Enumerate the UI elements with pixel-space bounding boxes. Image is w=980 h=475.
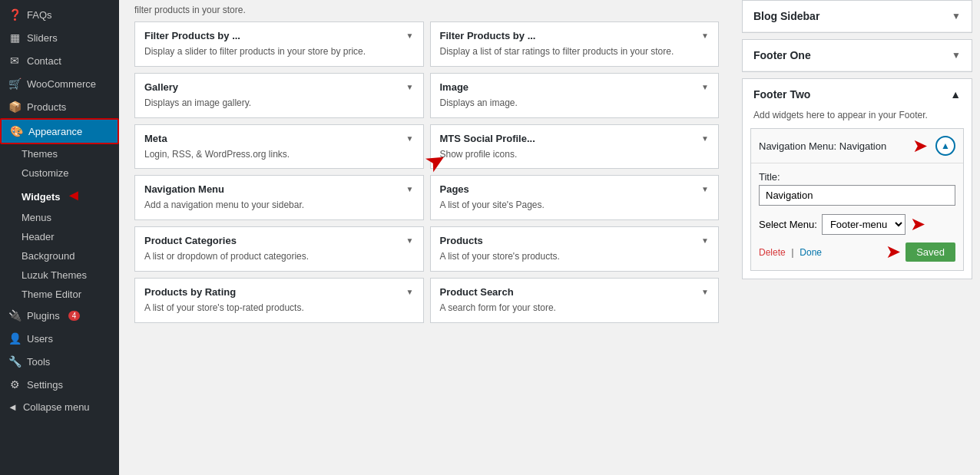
sidebar-item-contact[interactable]: ✉ Contact [0, 49, 119, 72]
sidebar-sub-widgets[interactable]: Widgets ◄ [0, 183, 119, 208]
collapse-label: Collapse menu [23, 401, 90, 413]
done-link[interactable]: Done [800, 247, 822, 258]
list-item[interactable]: Products ▼ A list of your store's produc… [430, 226, 720, 272]
sidebar-item-label: Appearance [28, 126, 82, 137]
plugins-badge: 4 [68, 311, 81, 321]
widget-title: Product Categories [144, 235, 237, 246]
footer-two-section: Footer Two ▲ Add widgets here to appear … [742, 78, 972, 279]
sidebar-item-settings[interactable]: ⚙ Settings [0, 373, 119, 396]
footer-two-desc: Add widgets here to appear in your Foote… [743, 110, 972, 128]
chevron-down-icon: ▼ [701, 236, 709, 245]
sidebar-item-label: FAQs [27, 9, 52, 21]
chevron-down-icon: ▼ [952, 11, 961, 21]
title-label: Title: [759, 171, 955, 183]
footer-two-header[interactable]: Footer Two ▲ [743, 79, 972, 110]
sidebar-sub-luzuk-themes[interactable]: Luzuk Themes [0, 266, 119, 285]
list-item[interactable]: Product Categories ▼ A list or dropdown … [134, 226, 424, 272]
chevron-down-icon: ▼ [406, 288, 414, 296]
list-item[interactable]: Pages ▼ A list of your site's Pages. [430, 175, 720, 220]
sidebar-sub-theme-editor[interactable]: Theme Editor [0, 285, 119, 304]
sidebar-tools-label: Tools [27, 356, 50, 368]
list-item[interactable]: Navigation Menu ▼ Add a navigation menu … [134, 175, 424, 220]
footer-one-title: Footer One [753, 49, 811, 61]
chevron-down-icon: ▼ [701, 31, 709, 40]
appearance-icon: 🎨 [9, 125, 23, 137]
woocommerce-icon: 🛒 [8, 78, 22, 90]
widget-title: MTS Social Profile... [440, 133, 535, 144]
sidebar-item-products[interactable]: 📦 Products [0, 95, 119, 118]
footer-one-header[interactable]: Footer One ▼ [743, 40, 972, 71]
collapse-menu[interactable]: ◄ Collapse menu [0, 396, 119, 418]
widget-desc: Show profile icons. [440, 148, 710, 161]
list-item[interactable]: MTS Social Profile... ▼ Show profile ico… [430, 124, 720, 170]
list-item[interactable]: Gallery ▼ Displays an image gallery. [134, 73, 424, 118]
users-icon: 👤 [8, 332, 22, 345]
widget-desc: A list of your site's Pages. [440, 199, 710, 212]
sidebar-sub-background[interactable]: Background [0, 246, 119, 266]
widget-desc: Displays an image gallery. [144, 97, 414, 110]
sidebar-item-users[interactable]: 👤 Users [0, 327, 119, 350]
contact-icon: ✉ [8, 54, 22, 67]
sidebar-item-faqs[interactable]: ❓ FAQs [0, 3, 119, 26]
widget-desc: Display a list of star ratings to filter… [440, 45, 710, 58]
list-item[interactable]: Products by Rating ▼ A list of your stor… [134, 278, 424, 323]
saved-button[interactable]: Saved [906, 242, 955, 262]
chevron-up-icon: ▲ [950, 88, 961, 101]
widget-title: Meta [144, 133, 167, 144]
widget-title: Pages [440, 183, 469, 195]
nav-menu-widget: Navigation Menu: Navigation ➤ ▲ Title: [750, 128, 964, 271]
settings-icon: ⚙ [8, 378, 22, 391]
blog-sidebar-title: Blog Sidebar [753, 10, 819, 22]
sidebar-item-woocommerce[interactable]: 🛒 WooCommerce [0, 72, 119, 95]
widget-move-up-button[interactable]: ▲ [935, 136, 955, 156]
main-content: filter products in your store. Filter Pr… [119, 0, 980, 475]
widget-desc: Login, RSS, & WordPress.org links. [144, 148, 414, 161]
widget-title: Products by Rating [144, 286, 236, 298]
sidebar-settings-label: Settings [27, 379, 63, 391]
list-item[interactable]: Filter Products by ... ▼ Display a list … [430, 21, 720, 67]
save-area: ➤ Saved [886, 241, 955, 262]
select-menu-dropdown[interactable]: Footer-menu Main Menu Top Menu [822, 214, 906, 235]
chevron-down-icon: ▼ [701, 83, 709, 91]
widget-title: Filter Products by ... [144, 30, 240, 41]
widget-grid: Filter Products by ... ▼ Display a slide… [131, 18, 722, 326]
sidebar-item-appearance[interactable]: 🎨 Appearance [0, 118, 119, 144]
footer-one-section: Footer One ▼ [742, 39, 972, 72]
sliders-icon: ▦ [8, 31, 22, 44]
blog-sidebar-header[interactable]: Blog Sidebar ▼ [743, 1, 972, 32]
nav-menu-widget-header: Navigation Menu: Navigation ➤ ▲ [751, 129, 963, 163]
sidebar-item-sliders[interactable]: ▦ Sliders [0, 26, 119, 49]
navigation-menu-widget-container: Navigation Menu: Navigation ➤ ▲ Title: [750, 128, 964, 271]
nav-menu-widget-title: Navigation Menu: Navigation [759, 140, 886, 152]
list-item[interactable]: Meta ▼ Login, RSS, & WordPress.org links… [134, 124, 424, 170]
list-item[interactable]: Image ▼ Displays an image. [430, 73, 720, 118]
list-item[interactable]: Product Search ▼ A search form for your … [430, 278, 720, 323]
red-arrow-icon: ➤ [912, 135, 928, 157]
title-input[interactable] [759, 185, 955, 206]
sidebar-item-label: Products [27, 101, 66, 113]
widget-title: Navigation Menu [144, 183, 224, 195]
faqs-icon: ❓ [8, 8, 22, 21]
red-arrow-icon: ➤ [910, 213, 925, 235]
select-menu-label: Select Menu: [759, 219, 817, 230]
widget-actions: Delete | Done ➤ Saved [759, 241, 955, 262]
widget-desc: A search form for your store. [440, 302, 710, 315]
chevron-down-icon: ▼ [406, 83, 414, 91]
chevron-down-icon: ▼ [406, 185, 414, 193]
delete-link[interactable]: Delete [759, 247, 786, 258]
right-sidebar-panel: Blog Sidebar ▼ Footer One ▼ Footer Two ▲… [734, 0, 980, 475]
widget-title: Image [440, 81, 469, 93]
sidebar-sub-header[interactable]: Header [0, 227, 119, 246]
sidebar-sub-menus[interactable]: Menus [0, 208, 119, 227]
sidebar-users-label: Users [27, 333, 53, 345]
sidebar-sub-customize[interactable]: Customize [0, 163, 119, 183]
sidebar-item-plugins[interactable]: 🔌 Plugins 4 [0, 304, 119, 327]
sidebar-plugins-label: Plugins [27, 310, 60, 322]
tools-icon: 🔧 [8, 355, 22, 368]
list-item[interactable]: Filter Products by ... ▼ Display a slide… [134, 21, 424, 67]
red-arrow-icon: ➤ [886, 241, 901, 262]
chevron-down-icon: ▼ [701, 185, 709, 193]
nav-menu-widget-form: Title: Select Menu: Footer-menu Main Men… [751, 163, 963, 270]
sidebar-item-tools[interactable]: 🔧 Tools [0, 350, 119, 373]
sidebar-sub-themes[interactable]: Themes [0, 144, 119, 163]
